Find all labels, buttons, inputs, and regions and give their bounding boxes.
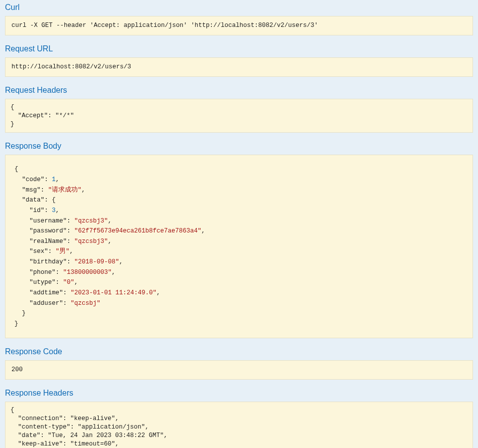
response-code-heading: Response Code	[5, 347, 473, 356]
request-headers-block[interactable]: { "Accept": "*/*" }	[5, 99, 473, 133]
curl-block[interactable]: curl -X GET --header 'Accept: applicatio…	[5, 16, 473, 35]
request-url-heading: Request URL	[5, 44, 473, 53]
response-code-block[interactable]: 200	[5, 360, 473, 380]
response-body-block[interactable]: { "code": 1, "msg": "请求成功", "data": { "i…	[5, 155, 473, 338]
response-headers-block[interactable]: { "connection": "keep-alive", "content-t…	[5, 402, 473, 448]
curl-heading: Curl	[5, 3, 473, 12]
response-body-content: { "code": 1, "msg": "请求成功", "data": { "i…	[5, 160, 473, 333]
response-headers-heading: Response Headers	[5, 389, 473, 398]
swagger-response-panel: Curl curl -X GET --header 'Accept: appli…	[0, 3, 478, 448]
request-url-block[interactable]: http://localhost:8082/v2/users/3	[5, 57, 473, 77]
request-headers-heading: Request Headers	[5, 86, 473, 95]
response-body-heading: Response Body	[5, 142, 473, 151]
